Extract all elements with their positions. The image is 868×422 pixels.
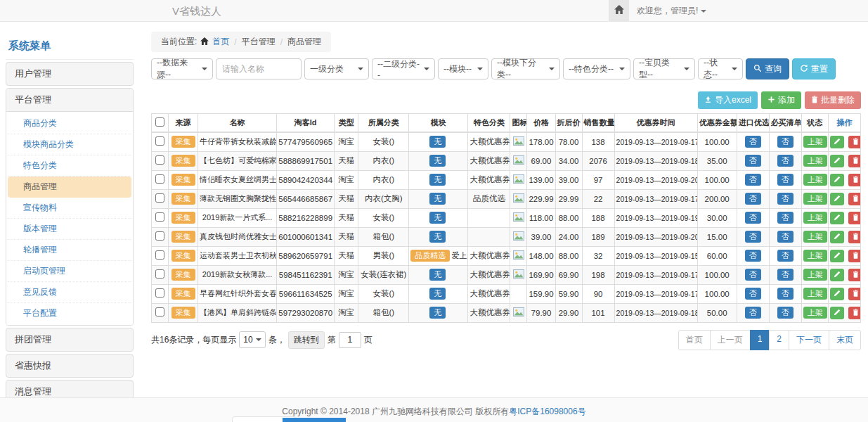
row-checkbox[interactable]	[155, 231, 164, 241]
row-checkbox[interactable]	[155, 288, 164, 298]
must-buy-badge[interactable]: 否	[777, 155, 793, 167]
row-checkbox[interactable]	[155, 250, 164, 260]
pager-item[interactable]: 2	[769, 330, 789, 350]
pager-item[interactable]: 1	[750, 330, 770, 350]
user-menu[interactable]: 欢迎您，管理员!	[637, 0, 706, 21]
must-buy-badge[interactable]: 否	[777, 212, 793, 224]
sidebar-subitem[interactable]: 启动页管理	[8, 261, 131, 282]
import-select-badge[interactable]: 否	[745, 174, 761, 186]
import-select-badge[interactable]: 否	[745, 193, 761, 205]
row-checkbox[interactable]	[155, 269, 164, 279]
delete-button[interactable]	[848, 193, 860, 205]
edit-button[interactable]	[830, 193, 844, 205]
status-badge[interactable]: 上架	[803, 174, 827, 186]
delete-button[interactable]	[848, 136, 860, 148]
import-select-badge[interactable]: 否	[745, 155, 761, 167]
must-buy-badge[interactable]: 否	[777, 136, 793, 148]
sidebar-subitem[interactable]: 平台配置	[8, 303, 131, 324]
page-number-input[interactable]	[339, 332, 361, 348]
query-button[interactable]: 查询	[746, 58, 789, 79]
sidebar-subitem[interactable]: 轮播管理	[8, 240, 131, 261]
edit-button[interactable]	[830, 231, 844, 243]
must-buy-badge[interactable]: 否	[777, 307, 793, 319]
row-checkbox[interactable]	[155, 212, 164, 222]
status-badge[interactable]: 上架	[803, 231, 827, 243]
filter-select[interactable]: --模块下分类--	[491, 58, 560, 79]
edit-button[interactable]	[830, 212, 844, 224]
filter-select[interactable]: 一级分类	[304, 58, 369, 79]
sidebar-subitem[interactable]: 商品管理	[8, 177, 131, 198]
delete-button[interactable]	[848, 307, 860, 319]
must-buy-badge[interactable]: 否	[777, 269, 793, 281]
edit-button[interactable]	[830, 136, 844, 148]
import-select-badge[interactable]: 否	[745, 307, 761, 319]
sidebar-group[interactable]: 省惠快报	[6, 354, 134, 378]
icp-link[interactable]: 粤ICP备16098006号	[509, 407, 585, 416]
import-select-badge[interactable]: 否	[745, 250, 761, 262]
delete-button[interactable]	[848, 231, 860, 243]
per-page-select[interactable]: 10	[239, 331, 265, 348]
data-source-select[interactable]: --数据来源--	[151, 58, 213, 79]
status-badge[interactable]: 上架	[803, 307, 827, 319]
import-excel-button[interactable]: 导入excel	[698, 91, 758, 109]
sidebar-subitem[interactable]: 特色分类	[8, 155, 131, 177]
delete-button[interactable]	[848, 250, 860, 262]
add-button[interactable]: 添加	[761, 91, 801, 109]
sidebar-subitem[interactable]: 模块商品分类	[8, 134, 131, 155]
import-select-badge[interactable]: 否	[745, 231, 761, 243]
pager-item[interactable]: 首页	[678, 330, 711, 350]
delete-button[interactable]	[848, 155, 860, 167]
must-buy-badge[interactable]: 否	[777, 288, 793, 300]
status-badge[interactable]: 上架	[803, 136, 827, 148]
row-checkbox[interactable]	[155, 193, 164, 203]
edit-button[interactable]	[830, 174, 844, 186]
status-badge[interactable]: 上架	[803, 155, 827, 167]
select-all-checkbox[interactable]	[155, 117, 164, 127]
sidebar-subitem[interactable]: 版本管理	[8, 219, 131, 240]
sidebar-subitem[interactable]: 宣传物料	[8, 198, 131, 219]
import-select-badge[interactable]: 否	[745, 269, 761, 281]
reset-button[interactable]: 重置	[792, 58, 836, 79]
jump-button[interactable]: 跳转到	[288, 331, 325, 349]
import-select-badge[interactable]: 否	[745, 288, 761, 300]
breadcrumb-home-link[interactable]: 首页	[212, 36, 229, 48]
status-badge[interactable]: 上架	[803, 212, 827, 224]
filter-select[interactable]: --状态--	[698, 58, 743, 79]
filter-select[interactable]: --宝贝类型--	[633, 58, 695, 79]
edit-button[interactable]	[830, 307, 844, 319]
import-select-badge[interactable]: 否	[745, 136, 761, 148]
filter-select[interactable]: --特色分类--	[563, 58, 630, 79]
status-badge[interactable]: 上架	[803, 269, 827, 281]
must-buy-badge[interactable]: 否	[777, 174, 793, 186]
status-badge[interactable]: 上架	[803, 193, 827, 205]
status-badge[interactable]: 上架	[803, 288, 827, 300]
must-buy-badge[interactable]: 否	[777, 250, 793, 262]
filter-select[interactable]: --模块--	[438, 58, 488, 79]
sidebar-group-platform[interactable]: 平台管理	[6, 89, 133, 112]
status-badge[interactable]: 上架	[803, 250, 827, 262]
delete-button[interactable]	[848, 288, 860, 300]
row-checkbox[interactable]	[155, 174, 164, 184]
import-select-badge[interactable]: 否	[745, 212, 761, 224]
sidebar-subitem[interactable]: 意见反馈	[8, 282, 131, 303]
delete-button[interactable]	[848, 174, 860, 186]
filter-select[interactable]: --二级分类--	[372, 58, 435, 79]
must-buy-badge[interactable]: 否	[777, 231, 793, 243]
pager-item[interactable]: 下一页	[789, 330, 829, 350]
edit-button[interactable]	[830, 250, 844, 262]
row-checkbox[interactable]	[155, 155, 164, 165]
batch-delete-button[interactable]: 批量删除	[805, 91, 861, 109]
delete-button[interactable]	[848, 269, 860, 281]
pager-item[interactable]: 上一页	[710, 330, 751, 350]
edit-button[interactable]	[830, 155, 844, 167]
navbar-home-button[interactable]	[609, 0, 629, 21]
pager-item[interactable]: 末页	[829, 330, 861, 350]
row-checkbox[interactable]	[155, 136, 164, 146]
sidebar-subitem[interactable]: 商品分类	[8, 113, 131, 134]
sidebar-group-users[interactable]: 用户管理	[6, 62, 134, 86]
row-checkbox[interactable]	[155, 307, 164, 316]
sidebar-group[interactable]: 拼团管理	[6, 328, 134, 352]
edit-button[interactable]	[830, 269, 844, 281]
must-buy-badge[interactable]: 否	[777, 193, 793, 205]
name-search-input[interactable]	[216, 58, 302, 79]
